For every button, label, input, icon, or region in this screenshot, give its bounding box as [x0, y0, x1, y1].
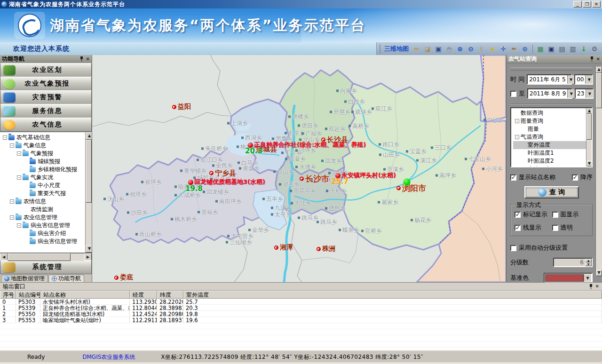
- expander-icon[interactable]: [24, 183, 28, 188]
- scroll-up-icon[interactable]: ▲: [586, 108, 592, 114]
- accordion-agri-zoning[interactable]: 农业区划: [0, 63, 92, 77]
- measure-icon[interactable]: ✏: [412, 44, 421, 54]
- expander-icon[interactable]: -: [17, 151, 21, 156]
- expander-icon[interactable]: [522, 167, 526, 167]
- expander-icon[interactable]: [522, 143, 526, 147]
- tree-item[interactable]: 病虫害介绍: [1, 229, 92, 237]
- hour-to-dropdown[interactable]: 23 ▼: [575, 88, 594, 99]
- overview-window-icon[interactable]: ▣: [547, 44, 556, 54]
- map-station-annotation[interactable]: 正良种养合作社(综合:水稻、蔬菜、养殖): [248, 141, 366, 149]
- scroll-down-icon[interactable]: ▼: [86, 245, 92, 253]
- tree-item[interactable]: 土壤温度1: [513, 165, 592, 167]
- tree-item[interactable]: 叶面温度1: [513, 149, 592, 157]
- expander-icon[interactable]: -: [515, 135, 519, 139]
- tree-item[interactable]: - 气象实况: [1, 174, 92, 182]
- expander-icon[interactable]: -: [10, 215, 14, 220]
- pin-icon[interactable]: [589, 284, 593, 289]
- tree-item[interactable]: 城镇预报: [1, 158, 92, 166]
- expander-icon[interactable]: [522, 151, 526, 155]
- expander-icon[interactable]: -: [10, 143, 14, 148]
- tree-item[interactable]: - 病虫害信息管理: [1, 222, 92, 229]
- flatten-icon[interactable]: ◪: [423, 44, 432, 54]
- checkbox-show-station-names[interactable]: 显示站点名称: [510, 173, 555, 182]
- accordion-service-info[interactable]: 服务信息: [0, 104, 92, 118]
- checkbox-line-display[interactable]: 线显示: [515, 223, 552, 232]
- tree-item[interactable]: - 农情信息: [1, 198, 92, 206]
- tree-item[interactable]: 重要天气报: [1, 190, 92, 198]
- eraser-icon[interactable]: ◓: [444, 44, 454, 54]
- date-from-dropdown[interactable]: 2011年 6月 5 ▼: [527, 74, 572, 85]
- pin-icon[interactable]: [79, 56, 83, 62]
- tree-item[interactable]: - 气象预报: [1, 150, 92, 158]
- accordion-agri-weather-forecast[interactable]: 农业气象预报: [0, 77, 92, 91]
- date-to-dropdown[interactable]: 2011年 8月 9 ▼: [527, 88, 572, 99]
- expander-icon[interactable]: [24, 191, 28, 196]
- pin-icon[interactable]: [590, 56, 594, 62]
- tree-item[interactable]: 中小尺度: [1, 182, 92, 190]
- query-tree-vscrollbar[interactable]: ▲ ▼: [586, 108, 592, 166]
- full-extent-icon[interactable]: ✛: [499, 44, 508, 54]
- close-icon[interactable]: ✕: [595, 284, 599, 289]
- hour-from-dropdown[interactable]: 00 ▼: [574, 74, 593, 85]
- toolbar-separator[interactable]: [532, 45, 533, 53]
- scroll-up-icon[interactable]: ▲: [596, 67, 602, 73]
- chevron-down-icon[interactable]: ▼: [586, 89, 593, 98]
- expander-icon[interactable]: [24, 239, 28, 244]
- zoom-in-icon[interactable]: ⊕: [455, 44, 465, 54]
- expander-icon[interactable]: -: [17, 223, 21, 228]
- identify-icon[interactable]: ⊙: [520, 44, 530, 54]
- scroll-down-icon[interactable]: ▼: [596, 270, 602, 276]
- base-color-dropdown[interactable]: ▼: [544, 273, 593, 283]
- expander-icon[interactable]: [24, 159, 28, 164]
- spin-up-icon[interactable]: ▲: [585, 259, 592, 262]
- map-green-station-dot[interactable]: [404, 179, 411, 186]
- table-row[interactable]: 2 P5350 回龙铺优质稻基地3(水稻) 112.45245 28.20980…: [0, 311, 602, 317]
- expander-icon[interactable]: [24, 167, 28, 172]
- minimize-button[interactable]: _: [573, 1, 582, 8]
- expander-icon[interactable]: [24, 231, 28, 236]
- query-button[interactable]: 查 询: [524, 186, 579, 198]
- expander-icon[interactable]: [522, 159, 526, 163]
- expander-icon[interactable]: -: [515, 119, 519, 123]
- settings-icon[interactable]: ⚙: [590, 44, 599, 54]
- tree-item[interactable]: - 气象信息: [1, 142, 92, 150]
- spin-down-icon[interactable]: ▼: [585, 262, 592, 266]
- tab-map-data-manage[interactable]: 地图数据管理: [1, 275, 48, 282]
- expander-icon[interactable]: -: [17, 175, 21, 180]
- tree-item[interactable]: - 雨量查询: [513, 117, 592, 125]
- expander-icon[interactable]: -: [10, 199, 14, 204]
- tree-item[interactable]: 雨量: [513, 125, 592, 133]
- chevron-down-icon[interactable]: ▼: [584, 274, 591, 282]
- expander-icon[interactable]: [515, 111, 519, 115]
- checkbox-area-display[interactable]: 面显示: [552, 210, 590, 219]
- tree-item[interactable]: - 农业信息管理: [1, 214, 92, 222]
- checkbox-mark-display[interactable]: 标记显示: [515, 210, 552, 219]
- right-panel-vscrollbar[interactable]: ▲ ▼: [595, 67, 602, 276]
- expander-icon[interactable]: [522, 127, 526, 131]
- chevron-down-icon[interactable]: ▼: [567, 89, 575, 98]
- chevron-down-icon[interactable]: ▼: [567, 75, 575, 84]
- zoom-out-icon[interactable]: ⊖: [466, 44, 475, 54]
- print-preview-icon[interactable]: ▥: [568, 44, 578, 54]
- select-arrow-icon[interactable]: ➤: [488, 44, 497, 54]
- close-button[interactable]: ✕: [592, 1, 601, 8]
- tree-item[interactable]: 叶面温度2: [513, 157, 592, 165]
- close-icon[interactable]: ✕: [86, 57, 90, 62]
- checkbox-auto-grading[interactable]: 采用自动分级设置: [510, 244, 568, 252]
- scroll-up-icon[interactable]: ▲: [86, 132, 92, 140]
- to-date-checkbox[interactable]: [510, 91, 516, 97]
- map-canvas[interactable]: 向家乡白沙乡开慧乡观佳乡双江乡牌楼乡唐田乡双起乡高桥乡石常乡广福乡黑麋乡北山乡路…: [92, 55, 506, 282]
- tree-item[interactable]: - 气温查询: [513, 133, 592, 141]
- accordion-disaster-warning[interactable]: 灾害预警: [0, 90, 92, 104]
- checkbox-transparent[interactable]: 透明: [552, 223, 590, 232]
- map-3d-button[interactable]: 三维地图: [384, 45, 409, 53]
- pan-hand-icon[interactable]: ✌: [477, 44, 486, 54]
- tree-item[interactable]: 室外温度: [513, 141, 592, 149]
- tree-item[interactable]: 数据查询: [513, 109, 592, 117]
- download-icon[interactable]: ↓: [579, 44, 588, 54]
- chevron-down-icon[interactable]: ▼: [585, 75, 593, 84]
- grade-count-stepper[interactable]: 6 ▲▼: [553, 258, 593, 267]
- tab-function-nav[interactable]: 功能导航: [48, 275, 84, 282]
- tree-item[interactable]: 乡镇精细化预报: [1, 166, 92, 174]
- checkbox-descending[interactable]: 降序: [572, 173, 593, 182]
